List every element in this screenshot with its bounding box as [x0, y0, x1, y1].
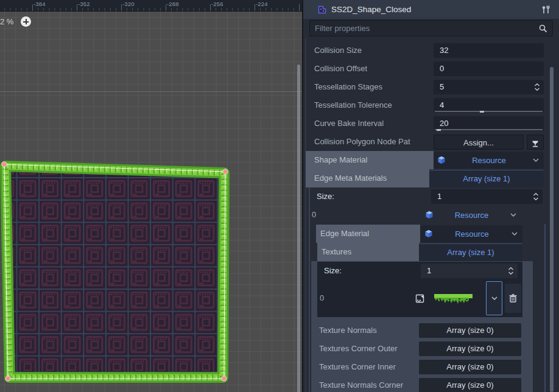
grass-texture-preview[interactable] [434, 293, 473, 305]
array-size-row: Size: 1 [303, 262, 559, 279]
tessellation-tolerence-slider[interactable]: 4 [434, 98, 544, 113]
pick-node-button[interactable] [527, 135, 544, 150]
texture-dropdown-button[interactable] [486, 281, 502, 315]
chevron-down-icon[interactable] [510, 212, 517, 217]
updown-chevrons-icon[interactable] [532, 192, 540, 201]
property-row: Curve Bake Interval 20 [303, 114, 559, 133]
textures-corner-outer-array-button[interactable]: Array (size 0) [419, 341, 521, 356]
pick-brush-icon [531, 139, 540, 148]
property-row: Texture Normals Corner Array (size 0) [303, 376, 559, 392]
property-label: Texture Normals Corner [319, 376, 403, 392]
element-resource-picker[interactable]: Resource [420, 206, 522, 223]
inspector-header: SS2D_Shape_Closed [303, 0, 559, 19]
vertex-handle[interactable] [5, 376, 10, 381]
updown-chevrons-icon[interactable] [533, 83, 541, 91]
array-size-row: Size: 1 [303, 187, 559, 206]
shape-material-resource-picker[interactable]: Resource [434, 152, 544, 169]
array-size-spinbox[interactable]: 1 [431, 189, 543, 204]
property-label: Collision Offset [314, 60, 367, 78]
edge-material-resource-picker[interactable]: Resource [420, 225, 522, 242]
collision-offset-input[interactable]: 0 [434, 61, 544, 76]
zoom-in-icon[interactable] [21, 16, 31, 27]
property-row: Tessellation Tolerence 4 [303, 96, 559, 114]
slider-track[interactable] [435, 111, 543, 112]
property-row: Textures Corner Outer Array (size 0) [303, 340, 559, 358]
slider-grabber[interactable] [480, 111, 484, 113]
tools-icon[interactable] [541, 5, 550, 15]
chevron-down-icon [491, 296, 498, 301]
texture-normals-array-button[interactable]: Array (size 0) [419, 323, 521, 338]
viewport-canvas[interactable]: 2 % [0, 11, 302, 392]
zoom-percentage[interactable]: 2 % [0, 17, 21, 26]
property-row: Collision Size 32 [303, 41, 559, 60]
property-row: Edge Meta Materials Array (size 1) [303, 169, 559, 187]
chevron-down-icon[interactable] [532, 158, 540, 163]
image-file-icon[interactable] [415, 294, 424, 303]
collision-size-input[interactable]: 32 [434, 43, 544, 58]
ruler-tick-label: -384 [33, 1, 46, 7]
property-row: Textures Array (size 1) [303, 243, 559, 261]
node-shape-icon [317, 5, 327, 15]
trash-icon [508, 293, 518, 303]
property-value: 5 [434, 82, 444, 91]
slider-track[interactable] [435, 129, 543, 130]
ruler-tick-label: -320 [122, 1, 135, 7]
zoom-widget: 2 % [0, 16, 31, 27]
horizontal-ruler: -384 -352 -320 -288 -256 -224 [0, 0, 302, 12]
array-size-label: Size: [324, 262, 342, 279]
element-index-label: 0 [320, 279, 324, 317]
vertex-handle[interactable] [222, 376, 227, 381]
ss2d-shape[interactable] [0, 11, 302, 392]
property-label: Edge Meta Materials [314, 169, 387, 187]
search-icon [539, 24, 547, 33]
array-size-value: 1 [431, 192, 441, 201]
tessellation-stages-spinbox[interactable]: 5 [434, 80, 544, 94]
slider-grabber[interactable] [437, 129, 441, 131]
assign-nodepath-button[interactable]: Assign... [434, 135, 524, 150]
property-label: Tessellation Tolerence [314, 96, 392, 114]
filter-properties-input[interactable]: Filter properties [309, 20, 553, 37]
property-value: 4 [434, 100, 444, 110]
array-size-label: Size: [317, 187, 334, 206]
chevron-down-icon[interactable] [511, 231, 518, 236]
property-row: Collision Polygon Node Pat Assign... [303, 133, 559, 151]
resource-link[interactable]: Resource [446, 156, 532, 165]
ruler-tick-label: -352 [78, 1, 90, 7]
property-value: 0 [434, 64, 444, 73]
vertex-handle[interactable] [223, 169, 228, 174]
delete-texture-button[interactable] [505, 284, 521, 313]
property-label: Collision Polygon Node Pat [314, 133, 410, 151]
texture-normals-corner-array-button[interactable]: Array (size 0) [419, 378, 521, 392]
ruler-tick-label: -256 [211, 1, 223, 7]
resource-link[interactable]: Resource [434, 211, 510, 220]
texture-element-row: 0 [303, 279, 559, 317]
element-index-label: 0 [312, 206, 316, 224]
property-label: Collision Size [314, 41, 362, 60]
shape-fill [5, 166, 224, 377]
curve-bake-interval-slider[interactable]: 20 [434, 116, 544, 131]
array-size-spinbox[interactable]: 1 [421, 264, 518, 278]
property-label: Curve Bake Interval [314, 114, 384, 133]
property-value: 32 [434, 46, 448, 55]
edge-meta-materials-array-button[interactable]: Array (size 1) [429, 170, 544, 187]
inspector-scrollbar[interactable] [550, 67, 554, 392]
property-row: Collision Offset 0 [303, 60, 559, 78]
updown-chevrons-icon[interactable] [507, 267, 515, 275]
array-element-row: 0 Resource [303, 206, 559, 224]
textures-array-button[interactable]: Array (size 1) [419, 243, 522, 261]
resource-cube-icon [424, 229, 433, 238]
resource-cube-icon [437, 156, 446, 164]
node-title: SS2D_Shape_Closed [331, 5, 541, 14]
textures-corner-inner-array-button[interactable]: Array (size 0) [419, 360, 521, 374]
property-row: Tessellation Stages 5 [303, 78, 559, 96]
property-row: Texture Normals Array (size 0) [303, 321, 559, 340]
godot-editor: 2 % -384 -352 -320 -288 -256 -224 SS2D_S… [0, 0, 559, 392]
ruler-tick-label: -224 [256, 1, 268, 7]
vertex-handle[interactable] [2, 162, 7, 167]
property-row: Shape Material Resource [303, 151, 559, 169]
property-label: Textures Corner Inner [319, 358, 396, 376]
viewport-vertical-scrollbar[interactable] [297, 65, 300, 392]
resource-cube-icon [425, 211, 434, 219]
viewport-2d[interactable]: 2 % -384 -352 -320 -288 -256 -224 [0, 0, 302, 392]
resource-link[interactable]: Resource [433, 229, 511, 239]
